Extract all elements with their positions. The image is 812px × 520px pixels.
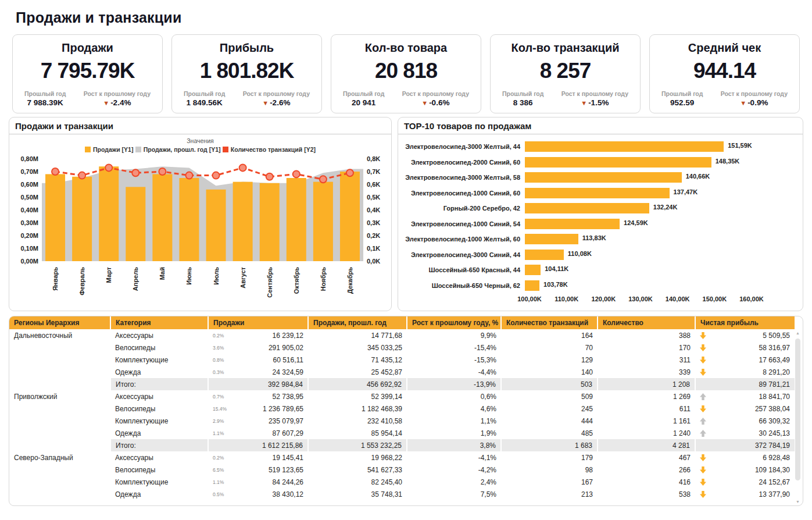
total-sales: 392 984,84 [208,378,308,390]
x-axis-tick: 160,00K [739,295,764,302]
top10-chart-panel: ТОР-10 товаров по продажам Электровелоси… [398,117,803,311]
kpi-prev-label: Прошлый год [661,90,703,97]
top10-bar[interactable] [525,250,564,260]
region-cell: Дальневосточный [9,329,110,341]
transactions-marker[interactable] [266,173,273,180]
top10-category-label: Электровелосипед-3000 Желтый, 44 [402,143,525,150]
top10-row: Электровелосипед-1000 Синий, 60 137,47K [402,186,798,201]
category-cell: Одежда [110,488,208,500]
sales-bar[interactable] [72,177,92,261]
transactions-marker[interactable] [185,172,192,179]
transactions-marker[interactable] [239,164,246,171]
sales-prev-cell: 345 033,25 [308,341,407,354]
transactions-marker[interactable] [105,164,112,171]
top10-chart-title: ТОР-10 товаров по продажам [398,117,803,134]
combo-chart[interactable]: 0,80M0,8K0,70M0,7K0,60M0,6K0,50M0,5K0,40… [9,153,391,308]
sales-bar[interactable] [152,174,172,261]
top10-bar[interactable] [525,265,541,275]
transactions-marker[interactable] [78,172,85,179]
sales-bar[interactable] [287,178,306,261]
top10-bar[interactable] [525,280,539,291]
top10-category-label: Горный-200 Серебро, 42 [402,205,525,212]
top10-bar[interactable] [525,188,670,198]
sales-pct-label: 1.1% [213,479,224,485]
kpi-prev-year: Прошлый год 20 941 [343,90,384,107]
sales-bar[interactable] [340,172,360,261]
scrollbar-thumb[interactable] [795,339,800,480]
legend-item[interactable]: Количество транзакций [Y2] [223,146,316,153]
table-row[interactable]: Дальневосточный Аксессуары 0.2%16 239,12… [9,329,795,341]
sales-cell: 0.5%38 430,12 [208,488,308,500]
table-row[interactable]: Приволжский Аксессуары 0.7%52 738,95 52 … [9,390,795,403]
table-row[interactable]: Комплектующие 1.1%84 244,26 82 245,40 2,… [9,476,795,488]
table-row[interactable]: Велосипеды 15.4%1 236 789,65 1 182 468,3… [9,403,795,415]
total-quantity: 1 208 [598,378,695,390]
charts-row: Продажи и транзакции Значения Продажи [Y… [9,117,803,311]
sales-bar[interactable] [233,182,253,261]
transactions-cell: 98 [501,464,598,476]
top10-bar[interactable] [525,172,682,183]
table-row[interactable]: Велосипеды 3.6%291 905,02 345 033,25 -15… [9,341,795,354]
sales-pct-label: 6.5% [213,467,224,473]
legend-item[interactable]: Продажи [Y1] [85,146,133,153]
top10-bar[interactable] [525,203,649,213]
table-row[interactable]: Велосипеды 6.5%519 123,65 541 627,33 -4,… [9,464,795,476]
transactions-marker[interactable] [132,169,139,176]
top10-bar[interactable] [525,157,711,168]
y2-tick: 0,6K [367,181,380,188]
sales-prev-cell: 14 771,68 [308,329,407,341]
arrow-down-icon [700,344,706,351]
sales-prev-cell: 85 954,14 [308,427,407,439]
column-header[interactable]: Чистая прибыль [695,316,795,329]
total-profit: 89 781,21 [695,378,795,390]
sales-bar[interactable] [45,174,65,261]
profit-cell: 13 377,90 [695,488,795,500]
scroll-down-icon[interactable]: ▼ [795,500,801,504]
top10-chart[interactable]: Электровелосипед-3000 Желтый, 44 151,59K… [398,134,803,306]
sales-bar[interactable] [179,178,199,261]
transactions-marker[interactable] [320,176,327,183]
transactions-marker[interactable] [159,168,166,175]
column-header[interactable]: Рост к прошлому году, % [407,316,501,329]
column-header[interactable]: Количество транзакций [501,316,598,329]
table-row[interactable]: Северо-Западный Аксессуары 0.2%19 145,41… [9,451,795,464]
kpi-value: 944.14 [650,59,799,83]
top10-bar[interactable] [525,234,578,244]
table-scrollbar[interactable]: ▲ ▼ [795,331,801,504]
transactions-marker[interactable] [213,172,220,179]
transactions-cell: 179 [501,451,598,464]
sales-bar[interactable] [260,183,280,261]
table-row[interactable]: Комплектующие 0.8%60 516,11 71 435,12 -1… [9,354,795,366]
sales-prev-cell: 541 627,33 [308,464,407,476]
top10-value-label: 148,35K [716,158,740,165]
growth-cell: 1,9% [407,427,501,439]
top10-row: Шоссейный-650 Красный, 44 104,11K [402,262,798,278]
column-header[interactable]: Продажи, прошл. год [308,316,407,329]
top10-row: Электровелосипед-3000 Синий, 44 110,08K [402,247,798,263]
sales-bar[interactable] [99,166,119,261]
table-row[interactable]: Одежда 0.3%24 324,59 25 452,87 -4,4% 140… [9,366,795,378]
legend-item[interactable]: Продажи, прошл. год [Y1] [135,146,221,153]
transactions-cell: 509 [501,390,598,403]
table-row[interactable]: Одежда 1.1%87 607,29 85 954,14 1,9% 485 … [9,427,795,439]
kpi-growth-value: ▼-2.6% [243,98,310,107]
top10-bar[interactable] [525,219,620,229]
table-row[interactable]: Комплектующие 2.9%235 079,97 232 410,58 … [9,415,795,427]
sales-bar[interactable] [206,190,226,261]
top10-bar[interactable] [525,141,724,152]
scroll-up-icon[interactable]: ▲ [795,331,801,335]
column-header[interactable]: Регионы Иерархия [9,316,110,329]
sales-bar[interactable] [126,187,145,261]
transactions-marker[interactable] [293,170,300,177]
triangle-down-icon: ▼ [103,99,109,106]
sales-bar[interactable] [313,182,333,261]
column-header[interactable]: Количество [598,316,695,329]
column-header[interactable]: Категория [110,316,208,329]
total-transactions: 503 [501,378,598,390]
table-row[interactable]: Одежда 0.5%38 430,12 35 748,31 7,5% 213 … [9,488,795,500]
transactions-cell: 485 [501,427,598,439]
column-header[interactable]: Продажи [208,316,308,329]
transactions-marker[interactable] [52,168,59,175]
transactions-marker[interactable] [346,169,353,176]
growth-cell: 2,4% [407,476,501,488]
